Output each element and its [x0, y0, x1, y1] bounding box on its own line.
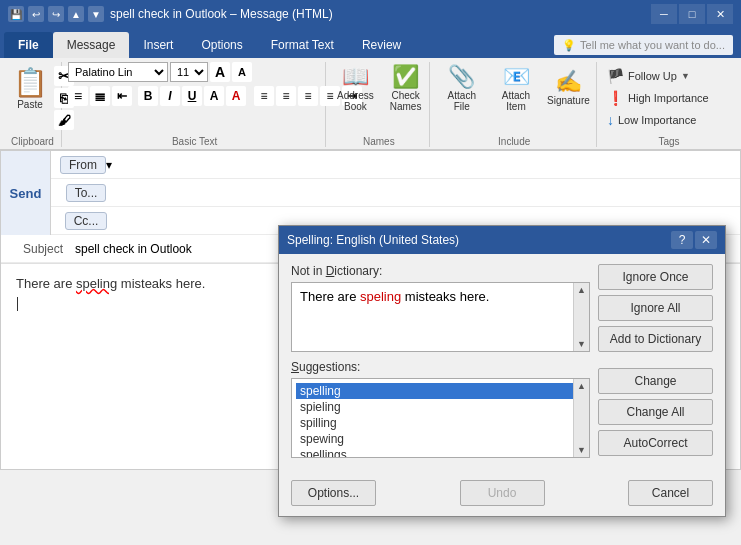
- preview-before: There are: [300, 289, 360, 304]
- add-to-dict-button[interactable]: Add to Dictionary: [598, 326, 713, 352]
- change-all-button[interactable]: Change All: [598, 399, 713, 425]
- ignore-once-button[interactable]: Ignore Once: [598, 264, 713, 290]
- suggestion-item-spilling[interactable]: spilling: [296, 415, 585, 431]
- scroll-up-icon[interactable]: ▲: [575, 283, 588, 297]
- not-in-dict-label: Not in Dictionary:: [291, 264, 590, 278]
- preview-misspelled: speling: [360, 289, 401, 304]
- spell-check-dialog: Spelling: English (United States) ? ✕ No…: [278, 225, 726, 517]
- ignore-all-button[interactable]: Ignore All: [598, 295, 713, 321]
- dialog-right: Ignore Once Ignore All Add to Dictionary…: [598, 264, 713, 466]
- options-button[interactable]: Options...: [291, 480, 376, 506]
- suggestion-item-spieling[interactable]: spieling: [296, 399, 585, 415]
- dialog-title: Spelling: English (United States): [287, 233, 459, 247]
- suggestions-scroll-down-icon[interactable]: ▼: [575, 443, 588, 457]
- dialog-controls: ? ✕: [671, 231, 717, 249]
- suggestion-item-spewing[interactable]: spewing: [296, 431, 585, 447]
- not-in-dict-underline: D: [326, 264, 335, 278]
- preview-after: misteaks here.: [401, 289, 489, 304]
- dialog-left: Not in Dictionary: There are speling mis…: [291, 264, 590, 466]
- dialog-overlay: Spelling: English (United States) ? ✕ No…: [0, 0, 741, 545]
- suggestions-scroll-up-icon[interactable]: ▲: [575, 379, 588, 393]
- dialog-close-button[interactable]: ✕: [695, 231, 717, 249]
- suggestions-label: Suggestions:: [291, 360, 590, 374]
- change-button[interactable]: Change: [598, 368, 713, 394]
- dialog-titlebar: Spelling: English (United States) ? ✕: [279, 226, 725, 254]
- suggestion-item-spellings[interactable]: spellings: [296, 447, 585, 458]
- suggestions-underline-s: S: [291, 360, 299, 374]
- preview-scroll: ▲ ▼: [573, 283, 589, 351]
- suggestions-scroll: ▲ ▼: [573, 379, 589, 457]
- suggestions-box[interactable]: spelling spieling spilling spewing spell…: [291, 378, 590, 458]
- spell-preview: There are speling misteaks here. ▲ ▼: [291, 282, 590, 352]
- dialog-footer: Options... Undo Cancel: [279, 474, 725, 516]
- suggestion-item-spelling[interactable]: spelling: [296, 383, 585, 399]
- dialog-layout: Not in Dictionary: There are speling mis…: [279, 254, 725, 474]
- cancel-button[interactable]: Cancel: [628, 480, 713, 506]
- undo-button[interactable]: Undo: [460, 480, 545, 506]
- scroll-down-icon[interactable]: ▼: [575, 337, 588, 351]
- autocorrect-button[interactable]: AutoCorrect: [598, 430, 713, 456]
- dialog-help-button[interactable]: ?: [671, 231, 693, 249]
